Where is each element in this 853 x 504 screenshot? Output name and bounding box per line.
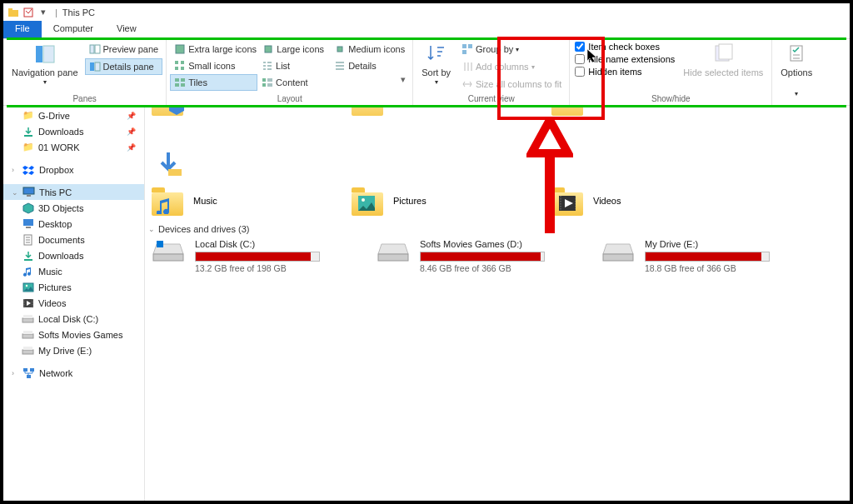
folder-icon: 📁 <box>22 141 34 153</box>
svg-rect-14 <box>175 67 178 70</box>
svg-rect-41 <box>23 331 32 334</box>
hidden-items-checkbox[interactable]: Hidden items <box>573 66 676 77</box>
layout-medium[interactable]: Medium icons <box>330 41 409 57</box>
layout-large[interactable]: Large icons <box>258 41 330 57</box>
videos-folder-icon <box>551 186 585 216</box>
main-area: 📁G-Drive📌 Downloads📌 📁01 WORK📌 ›Dropbox … <box>3 106 850 501</box>
chevron-right-icon[interactable]: › <box>12 369 18 377</box>
content-pane[interactable]: Music Pictures Videos ⌄Devices and drive… <box>145 106 850 501</box>
add-columns-button[interactable]: Add columns ▾ <box>457 58 566 75</box>
svg-point-36 <box>25 284 27 286</box>
svg-rect-9 <box>176 45 184 53</box>
svg-rect-3 <box>36 46 42 62</box>
nav-downloads[interactable]: Downloads <box>3 247 144 263</box>
folder-icon[interactable] <box>7 6 20 19</box>
nav-work[interactable]: 📁01 WORK📌 <box>3 139 144 155</box>
layout-content[interactable]: Content <box>257 74 330 91</box>
chevron-right-icon[interactable]: › <box>12 166 18 174</box>
nav-3d-objects[interactable]: 3D Objects <box>3 200 144 216</box>
svg-rect-46 <box>27 375 31 378</box>
layout-list[interactable]: List <box>257 57 330 74</box>
folder-pictures[interactable]: Pictures <box>352 186 518 216</box>
layout-extra-large[interactable]: Extra large icons <box>170 41 258 57</box>
preview-pane-button[interactable]: Preview pane <box>85 41 163 57</box>
properties-icon[interactable] <box>22 6 35 19</box>
svg-rect-8 <box>95 62 100 71</box>
folder-videos[interactable]: Videos <box>551 186 718 216</box>
layout-small[interactable]: Small icons <box>170 57 257 74</box>
nav-local-disk-c[interactable]: Local Disk (C:) <box>3 311 144 327</box>
svg-rect-4 <box>43 46 54 62</box>
nav-music[interactable]: Music <box>3 263 144 279</box>
navigation-pane-button[interactable]: Navigation pane▾ <box>7 41 83 88</box>
svg-rect-43 <box>23 347 32 350</box>
tab-file[interactable]: File <box>3 21 42 38</box>
svg-rect-29 <box>23 187 34 194</box>
options-button[interactable]: Options▾ <box>776 41 817 100</box>
nav-network[interactable]: ›Network <box>3 365 144 381</box>
quick-access-toolbar: ▾ <box>7 6 50 19</box>
nav-dropbox[interactable]: ›Dropbox <box>3 162 144 177</box>
tab-view[interactable]: View <box>105 21 148 38</box>
svg-rect-1 <box>8 8 12 11</box>
details-pane-button[interactable]: Details pane <box>85 58 163 75</box>
ribbon: Navigation pane▾ Preview pane Details pa… <box>3 39 850 106</box>
group-by-button[interactable]: Group by ▾ <box>457 41 566 57</box>
drive-my-drive-e[interactable]: My Drive (E:) 18.8 GB free of 366 GB <box>601 239 793 273</box>
nav-documents[interactable]: Documents <box>3 232 144 247</box>
nav-pictures[interactable]: Pictures <box>3 279 144 295</box>
drive-local-c[interactable]: Local Disk (C:) 13.2 GB free of 198 GB <box>152 239 343 273</box>
storage-bar <box>420 252 545 262</box>
folder-music[interactable]: Music <box>152 186 318 216</box>
svg-rect-0 <box>8 10 18 17</box>
drive-icon <box>601 239 635 264</box>
network-icon <box>22 367 35 379</box>
size-all-columns-button[interactable]: Size all columns to fit <box>457 76 566 92</box>
group-label-panes: Panes <box>7 93 162 103</box>
svg-rect-22 <box>462 44 466 48</box>
videos-icon <box>22 297 34 309</box>
svg-rect-17 <box>181 78 185 82</box>
downloads-icon <box>22 249 34 262</box>
svg-rect-16 <box>175 78 179 82</box>
documents-icon <box>22 233 34 246</box>
tab-computer[interactable]: Computer <box>42 21 105 38</box>
svg-point-49 <box>362 198 365 202</box>
qat-dropdown-icon[interactable]: ▾ <box>37 6 50 19</box>
nav-my-drive-e[interactable]: My Drive (E:) <box>3 342 144 358</box>
file-extensions-checkbox[interactable]: File name extensions <box>573 53 676 65</box>
drive-softs-d[interactable]: Softs Movies Games (D:) 8.46 GB free of … <box>377 239 568 273</box>
hide-selected-button[interactable]: Hide selected items <box>678 41 768 79</box>
svg-rect-13 <box>181 61 184 64</box>
folder-item-downloads-partial[interactable] <box>152 149 252 177</box>
storage-bar <box>195 252 320 262</box>
folder-icon: 📁 <box>22 109 34 122</box>
pictures-folder-icon <box>352 186 385 216</box>
group-label-current-view: Current view <box>417 93 566 103</box>
svg-rect-54 <box>603 254 633 261</box>
pin-icon: 📌 <box>127 127 136 136</box>
nav-videos[interactable]: Videos <box>3 295 144 311</box>
chevron-down-icon: ⌄ <box>148 225 155 233</box>
nav-gdrive[interactable]: 📁G-Drive📌 <box>3 107 144 123</box>
pin-icon: 📌 <box>127 112 136 120</box>
sort-by-button[interactable]: Sort by▾ <box>417 41 456 88</box>
nav-this-pc[interactable]: ⌄This PC <box>3 184 144 200</box>
nav-softs-d[interactable]: Softs Movies Games <box>3 327 144 342</box>
svg-rect-47 <box>168 169 182 176</box>
nav-desktop[interactable]: Desktop <box>3 216 144 232</box>
divider: | <box>55 7 57 17</box>
layout-tiles[interactable]: Tiles <box>170 74 257 91</box>
svg-rect-31 <box>23 219 33 226</box>
section-devices-drives[interactable]: ⌄Devices and drives (3) <box>148 224 843 234</box>
chevron-down-icon[interactable]: ⌄ <box>12 188 18 197</box>
svg-rect-44 <box>23 368 27 372</box>
annotation-line-top <box>7 37 846 40</box>
group-layout: Extra large icons Large icons Medium ico… <box>167 39 413 105</box>
layout-more-icon[interactable]: ▾ <box>330 74 409 91</box>
svg-rect-21 <box>262 83 266 87</box>
item-checkboxes-checkbox[interactable]: Item check boxes <box>573 41 676 52</box>
nav-downloads-qa[interactable]: Downloads📌 <box>3 123 144 139</box>
dropbox-icon <box>22 163 35 176</box>
layout-details[interactable]: Details <box>330 57 409 74</box>
